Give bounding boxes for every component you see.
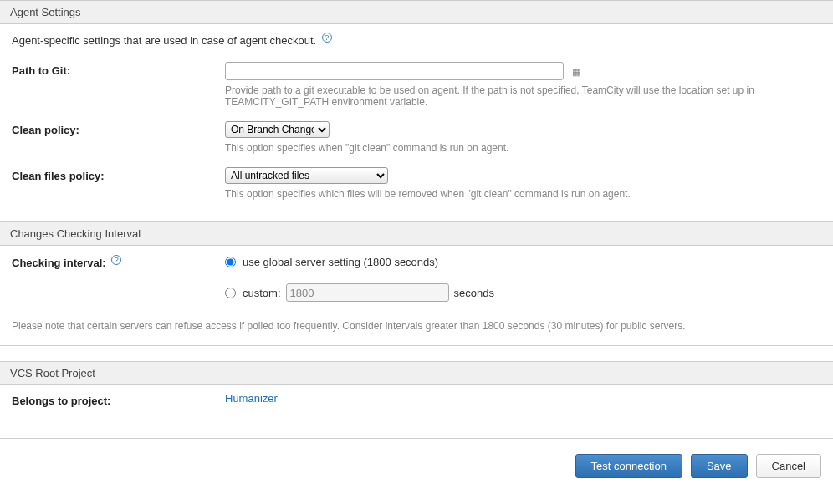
clean-files-policy-label: Clean files policy:: [12, 167, 225, 182]
interval-unit-label: seconds: [454, 287, 494, 299]
agent-settings-header: Agent Settings: [0, 0, 833, 24]
path-to-git-hint: Provide path to a git executable to be u…: [225, 84, 794, 108]
clean-policy-label: Clean policy:: [12, 121, 225, 136]
checking-interval-row: Checking interval: ? use global server s…: [0, 246, 833, 312]
clean-files-policy-hint: This option specifies which files will b…: [225, 188, 794, 200]
interval-custom-label: custom:: [243, 287, 281, 299]
button-bar: Test connection Save Cancel: [0, 439, 833, 493]
checking-interval-label: Checking interval: ?: [12, 252, 225, 269]
clean-policy-select[interactable]: On Branch Change: [225, 121, 330, 138]
path-to-git-label: Path to Git:: [12, 62, 225, 77]
interval-custom-option[interactable]: custom: seconds: [225, 280, 821, 305]
belongs-to-row: Belongs to project: Humanizer: [0, 385, 833, 414]
project-header: VCS Root Project: [0, 361, 833, 385]
clean-policy-row: Clean policy: On Branch Change This opti…: [0, 115, 833, 160]
help-icon[interactable]: ?: [111, 255, 121, 265]
interval-global-option[interactable]: use global server setting (1800 seconds): [225, 252, 821, 272]
save-button[interactable]: Save: [691, 454, 748, 478]
interval-header: Changes Checking Interval: [0, 221, 833, 246]
clean-policy-hint: This option specifies when "git clean" c…: [225, 142, 794, 154]
interval-note: Please note that certain servers can ref…: [0, 312, 833, 346]
expand-icon[interactable]: ▦: [572, 67, 580, 78]
interval-global-label: use global server setting (1800 seconds): [243, 256, 438, 268]
cancel-button[interactable]: Cancel: [756, 454, 821, 478]
interval-global-radio[interactable]: [225, 257, 236, 267]
interval-custom-input[interactable]: [286, 283, 449, 302]
belongs-to-link[interactable]: Humanizer: [225, 392, 278, 405]
agent-settings-desc-text: Agent-specific settings that are used in…: [12, 34, 316, 47]
interval-custom-radio[interactable]: [225, 288, 236, 298]
agent-settings-desc: Agent-specific settings that are used in…: [0, 24, 833, 55]
clean-files-policy-row: Clean files policy: All untracked files …: [0, 160, 833, 206]
test-connection-button[interactable]: Test connection: [575, 454, 682, 478]
path-to-git-input[interactable]: [225, 62, 564, 80]
belongs-to-label: Belongs to project:: [12, 392, 225, 407]
path-to-git-row: Path to Git: ▦ Provide path to a git exe…: [0, 55, 833, 115]
help-icon[interactable]: ?: [322, 33, 332, 43]
clean-files-policy-select[interactable]: All untracked files: [225, 167, 388, 184]
